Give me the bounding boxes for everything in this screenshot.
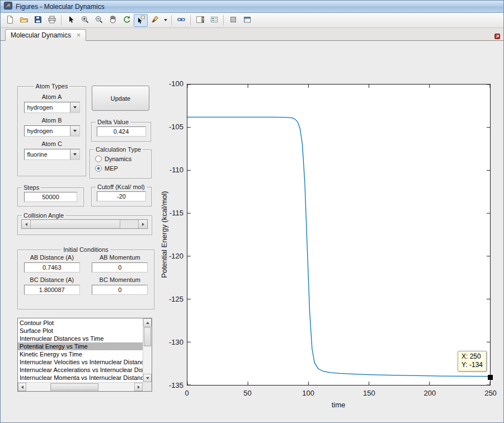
list-item[interactable]: Surface Plot (18, 327, 143, 335)
new-figure-button[interactable] (3, 14, 17, 27)
zoom-out-button[interactable] (92, 14, 106, 27)
tab-close-icon[interactable]: × (77, 32, 81, 39)
list-item[interactable]: Contour Plot (18, 319, 143, 327)
data-cursor-button[interactable] (134, 14, 148, 27)
atom-b-value: hydrogen (25, 126, 70, 136)
tab-label: Molecular Dynamics (11, 31, 71, 39)
collision-angle-slider[interactable] (21, 219, 148, 229)
scroll-up-button[interactable] (143, 318, 152, 327)
tab-molecular-dynamics[interactable]: Molecular Dynamics × (5, 29, 86, 41)
bc-distance-field[interactable] (24, 285, 80, 295)
horizontal-scroll-thumb[interactable] (50, 383, 98, 391)
bc-momentum-label: BC Momentum (100, 276, 140, 283)
zoom-in-button[interactable] (78, 14, 92, 27)
x-tick-label: 0 (185, 389, 189, 397)
list-item[interactable]: Internuclear Velocities vs Internuclear … (18, 358, 143, 366)
x-tick-label: 50 (243, 389, 251, 397)
undock-icon[interactable] (494, 31, 500, 41)
atom-types-legend: Atom Types (34, 83, 70, 90)
x-tick-label: 250 (484, 389, 497, 397)
x-tick-label: 200 (424, 389, 436, 397)
slider-thumb[interactable] (31, 220, 120, 228)
datatip-marker[interactable] (488, 375, 493, 380)
vertical-scroll-thumb[interactable] (144, 327, 151, 346)
pan-hand-icon (109, 15, 117, 26)
steps-field[interactable] (24, 192, 77, 202)
printer-icon (48, 15, 56, 26)
matlab-figure-icon (4, 2, 12, 12)
atom-c-dropdown[interactable]: fluorine (24, 149, 80, 160)
radio-mep-label: MEP (105, 165, 118, 172)
initial-conditions-panel: Initial Conditions AB Distance (A) AB Mo… (17, 246, 154, 309)
radio-mep-circle[interactable] (95, 165, 102, 172)
chevron-down-icon[interactable] (70, 126, 79, 136)
window-title: Figures - Molecular Dynamics (16, 3, 105, 11)
radio-mep[interactable]: MEP (95, 165, 151, 172)
ab-momentum-field[interactable] (92, 262, 148, 272)
save-figure-button[interactable] (31, 14, 45, 27)
cutoff-field[interactable] (97, 191, 146, 201)
edit-plot-button[interactable] (64, 14, 78, 27)
plot-axes[interactable]: X: 250 Y: -134 (187, 84, 491, 386)
slider-right-arrow[interactable] (138, 220, 147, 228)
scroll-down-button[interactable] (143, 374, 152, 382)
slider-left-arrow[interactable] (22, 220, 31, 228)
hide-plot-tools-button[interactable] (226, 14, 240, 27)
title-bar[interactable]: Figures - Molecular Dynamics (1, 1, 503, 13)
scroll-left-button[interactable] (18, 383, 26, 391)
plot-type-list: Contour PlotSurface PlotInternuclear Dis… (18, 319, 143, 382)
atom-b-label: Atom B (18, 117, 86, 124)
chevron-down-icon[interactable] (70, 102, 79, 112)
scroll-right-button[interactable] (134, 383, 143, 391)
delta-value-field[interactable] (97, 126, 146, 137)
list-item[interactable]: Potential Energy vs Time (18, 342, 143, 350)
list-item[interactable]: Internuclear Distances vs Time (18, 335, 143, 342)
tab-bar: Molecular Dynamics × (1, 28, 503, 41)
brush-menu-button[interactable] (162, 14, 169, 27)
plot-type-listbox[interactable]: Contour PlotSurface PlotInternuclear Dis… (17, 318, 152, 392)
new-document-icon (6, 15, 15, 26)
zoom-in-icon (81, 15, 90, 26)
insert-colorbar-button[interactable] (193, 14, 207, 27)
rotate-3d-button[interactable] (120, 14, 134, 27)
list-item[interactable]: Kinetic Energy vs Time (18, 350, 143, 358)
ab-momentum-label: AB Momentum (100, 254, 140, 261)
cursor-arrow-icon (67, 15, 76, 26)
atom-a-dropdown[interactable]: hydrogen (24, 102, 80, 113)
steps-panel: Steps (17, 184, 84, 206)
brush-data-button[interactable] (148, 14, 162, 27)
horizontal-scrollbar[interactable] (18, 382, 143, 391)
print-figure-button[interactable] (45, 14, 59, 27)
figures-window: Figures - Molecular Dynamics Molecular D… (0, 0, 504, 423)
bc-momentum-field[interactable] (92, 285, 148, 295)
x-tick-label: 100 (302, 389, 314, 397)
chevron-down-icon (164, 19, 167, 21)
chevron-down-icon[interactable] (70, 149, 79, 159)
list-item[interactable]: Internuclear Momenta vs Internuclear Dis… (18, 374, 143, 382)
scrollbar-corner (143, 382, 152, 391)
atom-c-label: Atom C (18, 140, 86, 147)
open-file-button[interactable] (17, 14, 31, 27)
datatip-x-value: X: 250 (461, 352, 483, 361)
radio-dynamics-circle[interactable] (95, 156, 102, 162)
atom-c-value: fluorine (25, 149, 70, 159)
insert-legend-button[interactable] (207, 14, 221, 27)
y-tick-label: -105 (156, 123, 183, 131)
calculation-type-panel: Calculation Type Dynamics MEP (90, 146, 152, 178)
pan-button[interactable] (106, 14, 120, 27)
hide-plot-tools-icon (229, 15, 238, 26)
zoom-out-icon (95, 15, 103, 26)
y-tick-label: -130 (156, 338, 183, 346)
radio-dynamics[interactable]: Dynamics (95, 156, 151, 162)
link-plot-button[interactable] (174, 14, 188, 27)
list-item[interactable]: Internuclear Accelerations vs Internucle… (18, 366, 143, 374)
vertical-scrollbar[interactable] (143, 318, 152, 382)
datatip[interactable]: X: 250 Y: -134 (458, 351, 487, 372)
atom-b-dropdown[interactable]: hydrogen (24, 125, 80, 137)
ab-distance-field[interactable] (24, 262, 80, 272)
delta-value-panel: Delta Value (91, 119, 151, 142)
cutoff-panel: Cutoff (Kcal/ mol) (91, 184, 152, 206)
update-button[interactable]: Update (92, 86, 149, 111)
dock-figure-button[interactable] (240, 14, 254, 27)
atom-types-panel: Atom Types Atom A hydrogen Atom B hydrog… (17, 83, 86, 176)
